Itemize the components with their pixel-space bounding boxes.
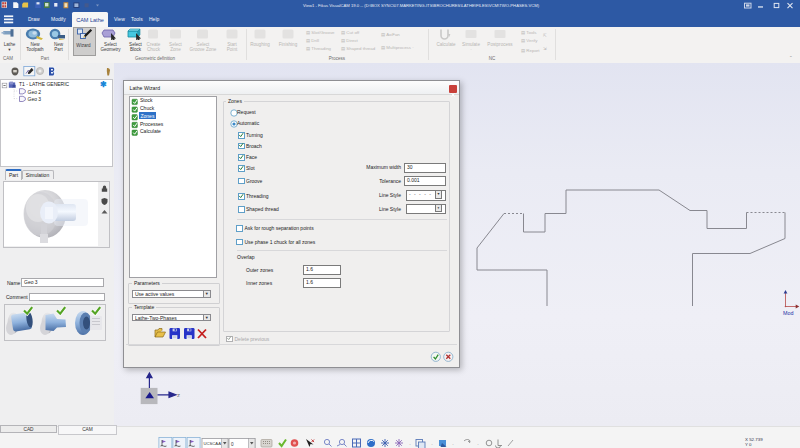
svg-text:UCSCAA: UCSCAA <box>204 441 222 446</box>
svg-text:Mod: Mod <box>783 310 794 316</box>
svg-text:0: 0 <box>231 442 234 447</box>
svg-text:·: · <box>431 441 433 447</box>
svg-text:·: · <box>409 441 411 447</box>
svg-text:·: · <box>452 441 454 447</box>
svg-text:·: · <box>477 441 479 447</box>
svg-text:z: z <box>177 392 180 398</box>
